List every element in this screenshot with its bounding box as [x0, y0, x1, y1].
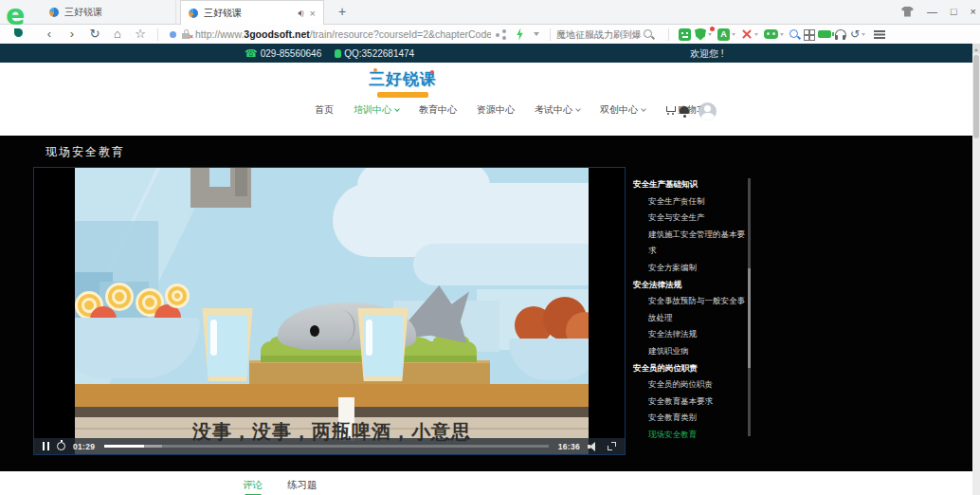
chapter-item[interactable]: 安全事故预防与一般安全事故处理: [648, 293, 747, 326]
chapter-item[interactable]: 安全生产责任制: [648, 193, 747, 211]
translate-extension-icon[interactable]: A: [717, 28, 730, 41]
chevron-down-icon[interactable]: [780, 33, 784, 38]
logo-ribbon: [377, 92, 428, 98]
chapter-item[interactable]: 安全法律法规: [648, 326, 747, 343]
minimize-button[interactable]: —: [927, 4, 937, 19]
forward-icon[interactable]: ›: [61, 26, 83, 43]
drink-glass: [200, 308, 255, 381]
reload-icon[interactable]: ↻: [83, 26, 106, 43]
security-shield-icon[interactable]: [695, 28, 706, 41]
nav-item[interactable]: 双创中心: [600, 103, 645, 117]
new-tab-button[interactable]: +: [334, 4, 351, 19]
chevron-down-icon[interactable]: [732, 33, 735, 38]
chapter-item[interactable]: 安全教育基本要求: [648, 394, 747, 411]
chevron-down-icon: [394, 106, 400, 112]
url-text[interactable]: http://www.3goodsoft.net/train/resource?…: [195, 28, 491, 40]
nav-item[interactable]: 培训中心: [354, 103, 399, 117]
assistant-extension-icon[interactable]: [679, 28, 691, 41]
main-nav: 首页 培训中心 教育中心 资源中心 考试中心 双创中心 购物车: [315, 103, 706, 117]
headphones-icon[interactable]: [835, 29, 846, 40]
tab-audio-icon[interactable]: ): [298, 9, 303, 16]
chapter-item[interactable]: 安全与安全生产: [648, 210, 747, 227]
video-player[interactable]: 没事，没事，两瓶啤酒，小意思 01:29 16:36: [33, 167, 626, 455]
site-logo[interactable]: 三好锐课: [366, 68, 440, 98]
scrollbar-up-arrow[interactable]: [972, 44, 980, 53]
fullscreen-icon[interactable]: [608, 442, 616, 450]
chapter-item[interactable]: 安全员的岗位职责: [648, 376, 747, 394]
contact-info: ☎ 029-85560646 QQ:3522681474: [245, 44, 414, 63]
nav-item[interactable]: 资源中心: [477, 103, 515, 117]
chapter-item[interactable]: 安全方案编制: [648, 260, 747, 277]
insecure-lock-icon[interactable]: ×: [181, 29, 191, 39]
pause-button[interactable]: [43, 442, 49, 450]
menu-icon[interactable]: [874, 29, 885, 39]
page-title: 现场安全教育: [45, 144, 125, 160]
apps-grid-icon[interactable]: [804, 29, 814, 40]
chapter-item[interactable]: 安全生产基础知识: [633, 176, 749, 193]
chapter-item[interactable]: 安全教育类别: [648, 410, 747, 427]
qq-number: QQ:3522681474: [344, 48, 414, 59]
find-magnifier-icon[interactable]: [789, 29, 800, 40]
notifications-bell-icon[interactable]: [680, 106, 689, 116]
chevron-down-icon[interactable]: [534, 32, 539, 39]
chapter-item[interactable]: 建筑职业病: [648, 343, 747, 360]
tab-title: 三好锐课: [64, 6, 168, 19]
site-favicon: [49, 8, 59, 17]
browser-search-box[interactable]: [556, 29, 662, 40]
extensions-area: A ↺: [679, 28, 885, 41]
home-icon[interactable]: ⌂: [106, 26, 129, 43]
content-tab[interactable]: 评论: [243, 479, 263, 495]
chapter-list: 安全生产基础知识 安全生产责任制 安全与安全生产 建筑施工安全管理的基本要求 安…: [633, 176, 749, 444]
search-icon[interactable]: [644, 29, 654, 40]
nav-item[interactable]: 考试中心: [535, 103, 580, 117]
chapter-item[interactable]: 安全员的岗位职责: [633, 360, 749, 377]
browser-logo-icon[interactable]: e: [6, 1, 38, 37]
drink-glass: [355, 308, 410, 381]
phone-number: 029-85560646: [261, 48, 322, 59]
browser-tab-2-active[interactable]: 三好锐课 ) ×: [180, 0, 324, 25]
chevron-down-icon[interactable]: [754, 33, 758, 38]
bookmark-star-icon[interactable]: ☆: [129, 26, 152, 43]
window-sign: [191, 168, 251, 208]
window-controls: — □ ×: [901, 4, 976, 19]
nav-item[interactable]: 首页: [315, 103, 334, 117]
browser-tab-1[interactable]: 三好锐课: [42, 0, 176, 25]
back-icon[interactable]: ‹: [38, 26, 61, 43]
site-favicon: [189, 9, 198, 18]
chevron-down-icon[interactable]: [708, 33, 712, 38]
tab-close-icon[interactable]: ×: [310, 8, 316, 19]
close-button[interactable]: ×: [971, 4, 976, 19]
nav-item[interactable]: 教育中心: [419, 103, 457, 117]
address-bar[interactable]: × http://www.3goodsoft.net/train/resourc…: [164, 28, 491, 40]
skin-theme-icon[interactable]: [901, 7, 914, 17]
gamepad-extension-icon[interactable]: [764, 29, 778, 39]
page-scrollbar-thumb[interactable]: [973, 55, 979, 138]
chapter-scrollbar[interactable]: [748, 178, 751, 436]
divider: [668, 28, 669, 41]
video-progress-bar[interactable]: [104, 445, 549, 448]
screenshot-scissors-icon[interactable]: [741, 28, 753, 40]
share-icon[interactable]: [496, 29, 506, 40]
qq-icon: [335, 49, 341, 58]
video-controls: 01:29 16:36: [34, 438, 625, 454]
content-tab[interactable]: 练习题: [287, 479, 318, 495]
volume-icon[interactable]: [588, 442, 599, 451]
speed-bolt-icon[interactable]: [516, 28, 524, 41]
browser-window: e 三好锐课 三好锐课 ) × + — □ × ‹ › ↻ ⌂ ☆ ×: [0, 0, 980, 495]
undo-icon[interactable]: ↺: [850, 28, 860, 41]
chevron-down-icon[interactable]: [862, 33, 865, 38]
chapter-item[interactable]: 现场安全教育: [648, 427, 747, 444]
playback-timer-icon[interactable]: [57, 442, 65, 450]
welcome-text: 欢迎您 !: [690, 47, 724, 61]
browser-search-input[interactable]: [556, 29, 644, 40]
chapter-scrollbar-thumb[interactable]: [748, 268, 751, 368]
page-scrollbar[interactable]: [972, 44, 980, 495]
chapter-item[interactable]: 安全法律法规: [633, 277, 749, 294]
battery-saver-icon[interactable]: [818, 30, 831, 38]
maximize-button[interactable]: □: [951, 4, 957, 19]
right-bowl: [509, 339, 589, 380]
user-avatar[interactable]: [699, 102, 717, 120]
chevron-down-icon: [575, 106, 581, 112]
chapter-item[interactable]: 建筑施工安全管理的基本要求: [648, 227, 747, 260]
duration: 16:36: [558, 442, 580, 451]
